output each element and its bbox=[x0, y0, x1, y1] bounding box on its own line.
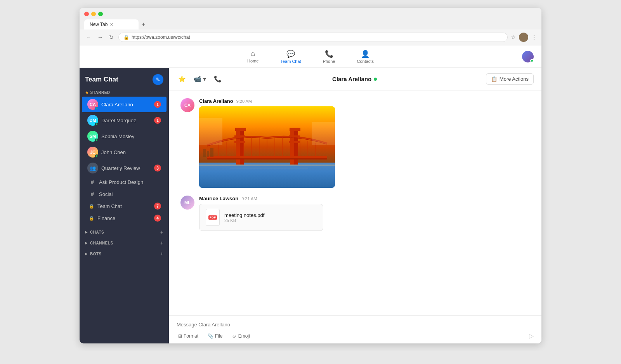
phone-button[interactable]: 📞 bbox=[212, 74, 223, 84]
nav-item-contacts[interactable]: 👤 Contacts bbox=[354, 48, 376, 65]
sidebar-name-clara: Clara Arellano bbox=[101, 102, 151, 107]
sidebar-name-ask-product: Ask Product Design bbox=[99, 179, 161, 185]
video-button[interactable]: 📹 ▾ bbox=[192, 74, 208, 84]
sidebar-title: Team Chat bbox=[85, 76, 118, 83]
msg-time-2: 9:21 AM bbox=[241, 196, 257, 201]
star-button[interactable]: ⭐ bbox=[177, 74, 187, 84]
user-online-dot bbox=[530, 59, 534, 62]
new-tab-button[interactable]: + bbox=[140, 21, 147, 28]
svg-rect-3 bbox=[230, 168, 308, 168]
bots-toggle-icon: ▶ bbox=[85, 252, 88, 256]
emoji-icon: ☺ bbox=[232, 333, 236, 339]
sidebar-item-quarterly[interactable]: 👥 Quarterly Review 3 bbox=[82, 160, 167, 176]
sidebar-item-team-chat-channel[interactable]: 🔒 Team Chat 7 bbox=[82, 200, 167, 212]
chats-add-button[interactable]: + bbox=[160, 229, 163, 235]
new-chat-button[interactable]: ✎ bbox=[153, 74, 163, 85]
sidebar-item-finance[interactable]: 🔒 Finance 4 bbox=[82, 212, 167, 224]
phone-nav-icon: 📞 bbox=[325, 50, 333, 58]
svg-rect-28 bbox=[207, 158, 327, 159]
nav-item-team-chat[interactable]: 💬 Team Chat bbox=[277, 48, 304, 65]
chats-label: CHATS bbox=[90, 230, 158, 234]
format-label: Format bbox=[184, 333, 198, 339]
message-input[interactable] bbox=[177, 321, 534, 328]
nav-item-contacts-label: Contacts bbox=[357, 59, 373, 64]
minimize-button[interactable] bbox=[91, 12, 96, 16]
chat-header: ⭐ 📹 ▾ 📞 Clara Arellano 📋 More Actions bbox=[169, 68, 541, 90]
bots-add-button[interactable]: + bbox=[160, 251, 163, 257]
browser-tab[interactable]: New Tab ✕ bbox=[84, 19, 139, 29]
lock-icon-team-chat: 🔒 bbox=[89, 204, 94, 209]
url-text: https://pwa.zoom.us/wc/chat bbox=[132, 35, 190, 40]
msg-header-1: Clara Arellano 9:20 AM bbox=[199, 98, 530, 104]
channels-section-header[interactable]: ▶ CHANNELS + bbox=[80, 237, 169, 248]
file-size: 25 KB bbox=[224, 218, 264, 223]
user-avatar-nav[interactable] bbox=[522, 51, 534, 62]
chat-online-indicator bbox=[374, 78, 377, 81]
avatar-darrel: DM bbox=[87, 115, 98, 126]
sidebar-item-clara[interactable]: CA Clara Arellano 1 bbox=[82, 97, 167, 112]
bookmark-icon[interactable]: ☆ bbox=[511, 34, 516, 40]
sidebar-item-sophia[interactable]: SM Sophia Mosley bbox=[82, 128, 167, 144]
sidebar-item-ask-product[interactable]: # Ask Product Design bbox=[82, 176, 167, 188]
group-icon-quarterly: 👥 bbox=[87, 163, 98, 173]
svg-rect-2 bbox=[199, 165, 335, 166]
more-actions-button[interactable]: 📋 More Actions bbox=[486, 73, 534, 85]
sidebar-item-john[interactable]: JC John Chen bbox=[82, 144, 167, 160]
badge-clara: 1 bbox=[154, 101, 161, 108]
starred-section: ★ STARRED CA Clara Arellano 1 DM bbox=[80, 89, 169, 226]
file-button[interactable]: 📎 File bbox=[206, 333, 224, 340]
nav-item-phone-label: Phone bbox=[323, 59, 335, 64]
tab-label: New Tab bbox=[90, 22, 108, 27]
lock-icon: 🔒 bbox=[123, 35, 129, 40]
browser-user-avatar[interactable] bbox=[519, 33, 528, 42]
nav-item-home[interactable]: ⌂ Home bbox=[244, 48, 262, 65]
address-bar[interactable]: 🔒 https://pwa.zoom.us/wc/chat bbox=[118, 33, 508, 42]
svg-rect-1 bbox=[199, 163, 335, 188]
sidebar-item-social[interactable]: # Social bbox=[82, 188, 167, 200]
maximize-button[interactable] bbox=[98, 12, 103, 16]
channels-add-button[interactable]: + bbox=[160, 240, 163, 246]
avatar-john: JC bbox=[87, 147, 98, 158]
badge-finance: 4 bbox=[154, 215, 161, 222]
sidebar: Team Chat ✎ ★ STARRED CA Clara Arellano … bbox=[80, 68, 169, 343]
golden-gate-image[interactable] bbox=[199, 106, 335, 188]
hash-icon-social: # bbox=[89, 191, 96, 198]
chats-section-header[interactable]: ▶ CHATS + bbox=[80, 226, 169, 237]
msg-content-1: Clara Arellano 9:20 AM bbox=[199, 98, 530, 188]
online-dot-clara bbox=[95, 107, 98, 110]
tab-close-button[interactable]: ✕ bbox=[110, 22, 113, 27]
emoji-button[interactable]: ☺ Emoji bbox=[230, 333, 251, 340]
file-attachment[interactable]: PDF meeting notes.pdf 25 KB bbox=[199, 204, 323, 231]
file-label: File bbox=[215, 333, 222, 339]
file-name: meeting notes.pdf bbox=[224, 212, 264, 218]
file-info: meeting notes.pdf 25 KB bbox=[224, 212, 264, 223]
badge-team-chat: 7 bbox=[154, 203, 161, 210]
app-navbar: ⌂ Home 💬 Team Chat 📞 Phone 👤 Contacts bbox=[80, 45, 541, 68]
sidebar-item-darrel[interactable]: DM Darrel Marquez 1 bbox=[82, 113, 167, 128]
browser-titlebar: New Tab ✕ + bbox=[80, 8, 541, 29]
nav-right bbox=[522, 51, 534, 62]
tab-bar: New Tab ✕ + bbox=[84, 19, 537, 29]
refresh-button[interactable]: ↻ bbox=[108, 33, 115, 41]
close-button[interactable] bbox=[84, 12, 89, 16]
msg-sender-1: Clara Arellano bbox=[199, 98, 233, 104]
format-button[interactable]: ⊞ Format bbox=[177, 333, 200, 340]
badge-quarterly: 3 bbox=[154, 165, 161, 172]
forward-button[interactable]: → bbox=[96, 33, 104, 41]
starred-text: STARRED bbox=[90, 90, 110, 95]
avatar-sophia: SM bbox=[87, 131, 98, 142]
nav-item-phone[interactable]: 📞 Phone bbox=[320, 48, 338, 65]
back-button[interactable]: ← bbox=[84, 33, 93, 41]
bots-section-header[interactable]: ▶ BOTS + bbox=[80, 248, 169, 258]
sidebar-header: Team Chat ✎ bbox=[80, 68, 169, 89]
browser-menu-icon[interactable]: ⋮ bbox=[531, 34, 537, 40]
send-button[interactable]: ▷ bbox=[529, 332, 534, 340]
sidebar-name-social: Social bbox=[99, 191, 161, 197]
contacts-icon: 👤 bbox=[361, 50, 369, 58]
msg-avatar-clara: CA bbox=[180, 98, 194, 112]
avatar-clara: CA bbox=[87, 99, 98, 110]
msg-avatar-maurice: ML bbox=[180, 196, 194, 210]
sidebar-name-team-chat-channel: Team Chat bbox=[97, 203, 151, 209]
more-actions-icon: 📋 bbox=[491, 76, 497, 82]
nav-items: ⌂ Home 💬 Team Chat 📞 Phone 👤 Contacts bbox=[244, 48, 377, 65]
